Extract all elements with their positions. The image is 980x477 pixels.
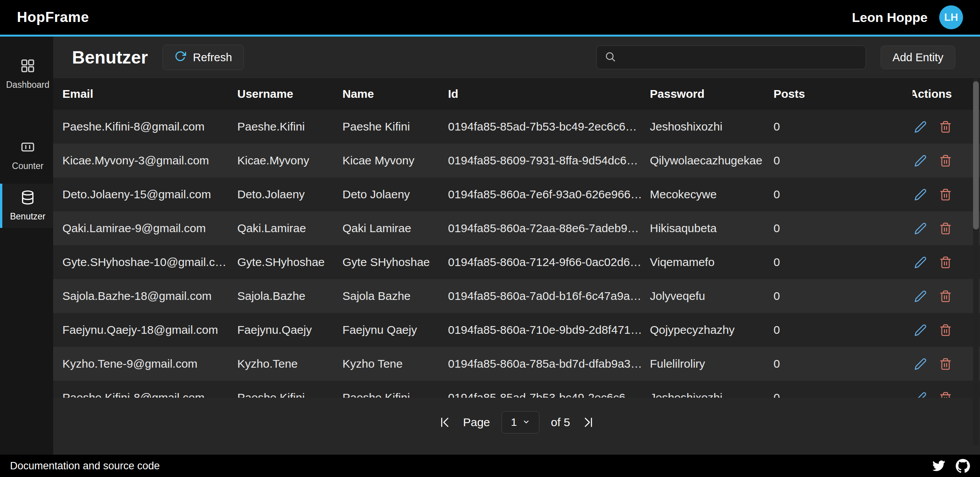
column-header-password: Password (650, 87, 774, 100)
cell-password: Jeshoshixozhi (650, 391, 774, 398)
edit-button[interactable] (914, 256, 927, 269)
delete-button[interactable] (939, 324, 952, 336)
search-input[interactable] (622, 51, 858, 64)
cell-name: Qaki Lamirae (342, 222, 448, 235)
topbar: HopFrame Leon Hoppe LH (0, 0, 980, 37)
cell-password: Jolyveqefu (650, 290, 774, 303)
cell-password: Qilywolaecazhugekae (650, 154, 774, 167)
edit-button[interactable] (914, 121, 927, 133)
delete-button[interactable] (939, 358, 952, 370)
cell-email: Kicae.Myvony-3@gmail.com (62, 154, 237, 167)
search-icon (604, 51, 616, 64)
search-box (596, 45, 866, 69)
cell-username: Kyzho.Tene (237, 357, 342, 370)
table-row: Gyte.SHyhoshae-10@gmail.com Gyte.SHyhosh… (53, 245, 980, 279)
cell-password: Mecokecywe (650, 188, 774, 201)
column-header-name: Name (342, 87, 448, 100)
user-name: Leon Hoppe (852, 10, 928, 25)
cell-username: Kicae.Myvony (237, 154, 342, 167)
cell-username: Paeshe.Kifini (237, 120, 342, 133)
add-entity-button[interactable]: Add Entity (881, 45, 955, 69)
chevron-down-icon (522, 416, 530, 428)
column-header-username: Username (237, 87, 342, 100)
cell-posts: 0 (774, 188, 913, 201)
app-shell: Dashboard Counter Benutzer (0, 37, 980, 455)
edit-button[interactable] (914, 188, 927, 201)
cell-name: Deto Jolaeny (342, 188, 448, 201)
sidebar-item-counter[interactable]: Counter (0, 133, 53, 177)
delete-button[interactable] (939, 256, 952, 269)
table-row-partial: Paeshe.Kifini-8@gmail.com Paeshe.Kifini … (53, 381, 980, 398)
cell-email: Sajola.Bazhe-18@gmail.com (62, 290, 237, 303)
table-row: Faejynu.Qaejy-18@gmail.com Faejynu.Qaejy… (53, 313, 980, 347)
cell-username: Gyte.SHyhoshae (237, 256, 342, 269)
cell-posts: 0 (774, 154, 913, 167)
cell-name: Gyte SHyhoshae (342, 256, 448, 269)
edit-button[interactable] (914, 290, 927, 303)
delete-button[interactable] (939, 154, 952, 167)
cell-username: Sajola.Bazhe (237, 290, 342, 303)
cell-username: Paeshe.Kifini (237, 391, 342, 398)
edit-button[interactable] (914, 358, 927, 370)
cell-password: Viqemamefo (650, 256, 774, 269)
avatar[interactable]: LH (939, 5, 963, 29)
cell-username: Qaki.Lamirae (237, 222, 342, 235)
edit-button[interactable] (914, 324, 927, 336)
column-header-posts: Posts (774, 87, 913, 100)
cell-username: Faejynu.Qaejy (237, 323, 342, 336)
sidebar-item-benutzer[interactable]: Benutzer (0, 184, 53, 228)
cell-id: 0194fa85-860a-710e-9bd9-2d8f4718... (448, 323, 650, 336)
table-row: Qaki.Lamirae-9@gmail.com Qaki.Lamirae Qa… (53, 211, 980, 245)
table-row: Kyzho.Tene-9@gmail.com Kyzho.Tene Kyzho … (53, 347, 980, 381)
github-icon[interactable] (956, 459, 970, 473)
cell-password: Qojypecyzhazhy (650, 323, 774, 336)
page-total-label: of 5 (551, 416, 570, 429)
sidebar-item-label: Counter (12, 161, 44, 171)
vertical-scrollbar[interactable] (973, 78, 979, 445)
cell-id: 0194fa85-85ad-7b53-bc49-2ec6c63f... (448, 391, 650, 398)
sidebar: Dashboard Counter Benutzer (0, 37, 53, 455)
entity-table: Email Username Name Id Password Posts Ac… (53, 78, 980, 398)
column-header-id: Id (448, 87, 650, 100)
cell-actions (913, 188, 980, 201)
cell-actions (913, 358, 980, 370)
column-header-email: Email (62, 87, 237, 100)
edit-button[interactable] (914, 154, 927, 167)
table-header-row: Email Username Name Id Password Posts Ac… (53, 78, 980, 110)
cell-email: Gyte.SHyhoshae-10@gmail.com (62, 256, 237, 269)
dashboard-grid-icon (20, 58, 35, 76)
delete-button[interactable] (939, 188, 952, 201)
delete-button[interactable] (939, 290, 952, 303)
cell-name: Faejynu Qaejy (342, 323, 448, 336)
cell-email: Deto.Jolaeny-15@gmail.com (62, 188, 237, 201)
cell-username: Deto.Jolaeny (237, 188, 342, 201)
table-row: Kicae.Myvony-3@gmail.com Kicae.Myvony Ki… (53, 144, 980, 177)
cell-posts: 0 (774, 256, 913, 269)
page-select[interactable]: 1 (502, 411, 539, 433)
cell-posts: 0 (774, 323, 913, 336)
refresh-icon (175, 50, 186, 65)
delete-button[interactable] (939, 121, 952, 133)
edit-button[interactable] (914, 392, 927, 398)
cell-actions (913, 154, 980, 167)
cell-name: Kicae Myvony (342, 154, 448, 167)
last-page-button[interactable] (582, 416, 594, 428)
refresh-button[interactable]: Refresh (163, 45, 244, 70)
delete-button[interactable] (939, 222, 952, 235)
scrollbar-thumb[interactable] (973, 81, 979, 229)
cell-actions (913, 121, 980, 133)
main-header: Benutzer Refresh (53, 37, 980, 78)
page-select-value: 1 (511, 416, 517, 428)
cell-id: 0194fa85-860a-7e6f-93a0-626e9663... (448, 188, 650, 201)
sidebar-item-label: Benutzer (10, 211, 45, 222)
sidebar-item-dashboard[interactable]: Dashboard (0, 52, 53, 96)
bird-icon[interactable] (931, 459, 946, 473)
table-row: Sajola.Bazhe-18@gmail.com Sajola.Bazhe S… (53, 279, 980, 313)
edit-button[interactable] (914, 222, 927, 235)
documentation-link[interactable]: Documentation and source code (10, 460, 160, 472)
first-page-button[interactable] (439, 416, 451, 428)
cell-id: 0194fa85-85ad-7b53-bc49-2ec6c63f... (448, 120, 650, 133)
pagination: Page 1 of 5 (53, 402, 980, 443)
delete-button[interactable] (939, 392, 952, 398)
table-row: Deto.Jolaeny-15@gmail.com Deto.Jolaeny D… (53, 177, 980, 211)
